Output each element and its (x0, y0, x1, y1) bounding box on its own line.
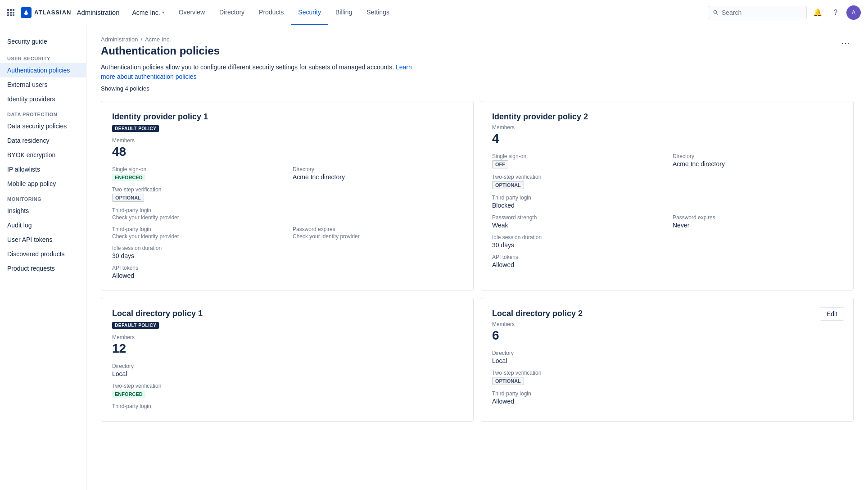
policy-3-twostep: Two-step verification ENFORCED (112, 383, 462, 398)
sidebar-section-monitoring: MONITORING (0, 191, 86, 204)
sidebar-item-identity-providers[interactable]: Identity providers (0, 92, 86, 106)
nav-security[interactable]: Security (291, 0, 328, 25)
sidebar-item-audit-log[interactable]: Audit log (0, 218, 86, 232)
nav-directory[interactable]: Directory (212, 0, 252, 25)
policy-2-sso-badge: OFF (492, 160, 508, 168)
policy-2-thirdparty: Third-party login Blocked (492, 195, 842, 209)
policy-3-fields: Directory Local Two-step verification EN… (112, 363, 462, 410)
policy-2-twostep: Two-step verification OPTIONAL (492, 174, 842, 189)
notifications-icon[interactable]: 🔔 (810, 5, 825, 20)
breadcrumb-separator: / (140, 36, 142, 43)
sidebar-item-mobile-app-policy[interactable]: Mobile app policy (0, 177, 86, 191)
admin-title: Administration (77, 9, 119, 16)
policy-4-members-label: Members (492, 321, 842, 327)
breadcrumb: Administration / Acme Inc. (101, 36, 220, 43)
policy-card-4: Edit Local directory policy 2 Members 6 … (481, 298, 854, 422)
topnav-right: 🔔 ? A (708, 5, 861, 20)
policy-2-title: Identity provider policy 2 (492, 112, 842, 122)
sidebar-section-data-protection: DATA PROTECTION (0, 106, 86, 119)
nav-links: Overview Directory Products Security Bil… (172, 0, 397, 25)
search-box[interactable] (708, 6, 807, 19)
policy-1-api-tokens: API tokens Allowed (112, 265, 462, 279)
policy-1-twostep-badge: OPTIONAL (112, 194, 144, 202)
sidebar-item-insights[interactable]: Insights (0, 204, 86, 218)
policy-4-twostep: Two-step verification OPTIONAL (492, 370, 842, 385)
sidebar-item-external-users[interactable]: External users (0, 77, 86, 92)
sidebar: Security guide USER SECURITY Authenticat… (0, 25, 86, 490)
policy-1-empty2 (293, 207, 462, 221)
policy-3-members-count: 12 (112, 341, 462, 356)
policy-3-default-badge: DEFAULT POLICY (112, 322, 159, 329)
org-name: Acme Inc. (132, 9, 160, 16)
more-options-button[interactable]: ⋯ (837, 36, 854, 50)
sidebar-item-authentication-policies[interactable]: Authentication policies (0, 63, 86, 77)
policy-1-empty (293, 186, 462, 202)
policy-4-directory: Directory Local (492, 350, 842, 364)
sidebar-item-ip-allowlists[interactable]: IP allowlists (0, 162, 86, 177)
org-selector[interactable]: Acme Inc. ▾ (132, 9, 164, 16)
policy-1-pwexpires: Password expires Check your identity pro… (293, 226, 462, 240)
policy-2-fields: Single sign-on OFF Directory Acme Inc di… (492, 153, 842, 268)
policy-2-members-label: Members (492, 124, 842, 131)
search-icon (713, 9, 719, 16)
nav-settings[interactable]: Settings (359, 0, 397, 25)
breadcrumb-org[interactable]: Acme Inc. (145, 36, 171, 43)
sidebar-item-discovered-products[interactable]: Discovered products (0, 247, 86, 261)
policy-3-title: Local directory policy 1 (112, 309, 462, 318)
policy-2-idle: Idle session duration 30 days (492, 234, 842, 249)
policy-1-members-count: 48 (112, 145, 462, 159)
layout: Security guide USER SECURITY Authenticat… (0, 25, 868, 490)
policy-grid: Identity provider policy 1 DEFAULT POLIC… (101, 101, 854, 422)
policy-3-directory: Directory Local (112, 363, 462, 377)
policy-card-1: Identity provider policy 1 DEFAULT POLIC… (101, 101, 474, 290)
avatar[interactable]: A (846, 5, 861, 20)
policy-1-sso-badge: ENFORCED (112, 174, 145, 181)
apps-icon[interactable] (7, 9, 15, 16)
help-icon[interactable]: ? (828, 5, 843, 20)
policy-3-twostep-badge: ENFORCED (112, 390, 145, 398)
page-description: Authentication policies allow you to con… (101, 63, 425, 82)
policy-2-twostep-badge: OPTIONAL (492, 181, 524, 189)
policy-2-directory: Directory Acme Inc directory (673, 153, 842, 168)
policy-3-thirdparty: Third-party login (112, 403, 462, 410)
sidebar-item-byok-encryption[interactable]: BYOK encryption (0, 148, 86, 162)
search-input[interactable] (722, 9, 794, 16)
policy-1-default-badge: DEFAULT POLICY (112, 125, 159, 132)
policy-2-pwexpires: Password expires Never (673, 214, 842, 229)
policy-3-members-label: Members (112, 334, 462, 340)
policy-1-twostep: Two-step verification OPTIONAL (112, 186, 282, 202)
policy-4-fields: Directory Local Two-step verification OP… (492, 350, 842, 405)
policy-2-pwstrength: Password strength Weak (492, 214, 662, 229)
chevron-down-icon: ▾ (162, 10, 164, 15)
sidebar-item-data-security-policies[interactable]: Data security policies (0, 119, 86, 133)
policy-card-3: Local directory policy 1 DEFAULT POLICY … (101, 298, 474, 422)
nav-billing[interactable]: Billing (328, 0, 359, 25)
policy-1-thirdparty1: Third-party login Check your identity pr… (112, 207, 282, 221)
policy-card-2: Identity provider policy 2 Members 4 Sin… (481, 101, 854, 290)
breadcrumb-admin[interactable]: Administration (101, 36, 138, 43)
showing-count: Showing 4 policies (101, 85, 854, 92)
page-title: Authentication policies (101, 45, 220, 57)
policy-4-title: Local directory policy 2 (492, 309, 842, 318)
edit-button-policy-4[interactable]: Edit (820, 307, 844, 321)
main-content: Administration / Acme Inc. Authenticatio… (86, 25, 868, 490)
sidebar-item-data-residency[interactable]: Data residency (0, 133, 86, 148)
policy-1-sso: Single sign-on ENFORCED (112, 166, 282, 181)
policy-4-thirdparty: Third-party login Allowed (492, 390, 842, 405)
nav-products[interactable]: Products (252, 0, 291, 25)
top-navigation: ATLASSIAN Administration Acme Inc. ▾ Ove… (0, 0, 868, 25)
policy-1-fields: Single sign-on ENFORCED Directory Acme I… (112, 166, 462, 279)
policy-1-directory: Directory Acme Inc directory (293, 166, 462, 181)
policy-4-members-count: 6 (492, 328, 842, 343)
policy-2-sso: Single sign-on OFF (492, 153, 662, 168)
atlassian-logo: ATLASSIAN (21, 7, 71, 18)
sidebar-item-security-guide[interactable]: Security guide (0, 32, 86, 50)
nav-overview[interactable]: Overview (172, 0, 212, 25)
policy-2-members-count: 4 (492, 132, 842, 146)
sidebar-item-user-api-tokens[interactable]: User API tokens (0, 232, 86, 247)
policy-2-api-tokens: API tokens Allowed (492, 254, 842, 268)
sidebar-item-product-requests[interactable]: Product requests (0, 261, 86, 276)
policy-1-thirdparty2: Third-party login Check your identity pr… (112, 226, 282, 240)
policy-4-twostep-badge: OPTIONAL (492, 377, 524, 385)
sidebar-section-user-security: USER SECURITY (0, 50, 86, 63)
